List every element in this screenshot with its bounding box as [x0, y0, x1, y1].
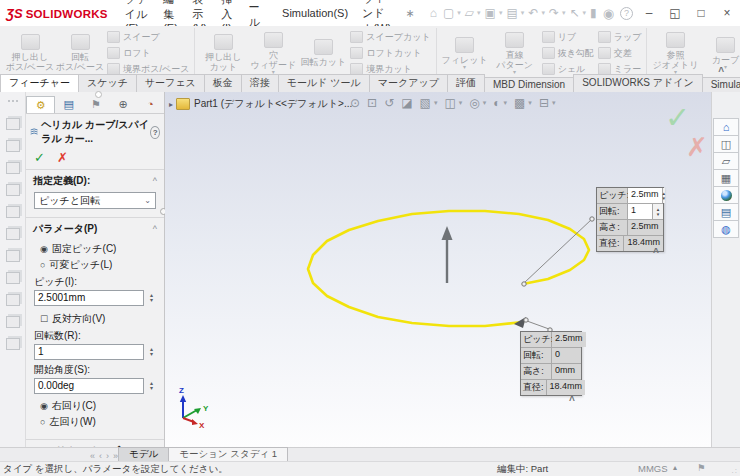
toolbar-cube-icon[interactable] — [6, 162, 20, 174]
curves-dropdown-icon[interactable]: ▾ — [724, 65, 727, 69]
extrude-boss-button[interactable]: 押し出し ボス/ベース — [5, 34, 55, 73]
linear-pattern-button[interactable]: 直線 パターン ▾ — [490, 32, 540, 75]
tab-surfaces[interactable]: サーフェス — [136, 74, 205, 92]
reference-geometry-button[interactable]: 参照 ジオメトリ ▾ — [650, 32, 700, 75]
propertymanager-tab[interactable]: ⚙ — [26, 96, 55, 113]
callout-pitch-input[interactable]: 2.5mm — [628, 188, 662, 203]
chevron-down-icon[interactable]: ▾ — [504, 99, 508, 107]
start-angle-stepper[interactable]: ▴▾ — [147, 381, 156, 391]
chevron-down-icon[interactable]: ▾ — [459, 99, 463, 107]
rebuild-icon[interactable]: ▮ — [590, 6, 597, 20]
tab-sketch[interactable]: スケッチ — [78, 74, 137, 92]
tab-mbd-dimension[interactable]: MBD Dimension — [484, 77, 574, 92]
toolbar-grip[interactable] — [8, 100, 18, 106]
fixed-pitch-radio[interactable]: ◉ 固定ピッチ(C) — [40, 242, 156, 256]
dimxpert-tab[interactable]: ⊕ — [110, 96, 137, 112]
callout-collapse-icon[interactable]: ^ — [653, 247, 659, 258]
save-icon[interactable]: ▣ — [485, 6, 496, 20]
callout-pitch-stepper[interactable]: ▴▾ — [662, 188, 666, 203]
custom-properties-icon[interactable]: ▤ — [713, 204, 739, 221]
hide-show-icon[interactable]: ◎ — [469, 96, 479, 110]
maximize-icon[interactable]: □ — [688, 6, 714, 20]
display-style-icon[interactable]: ◫ — [444, 96, 455, 110]
zoom-area-icon[interactable]: ⊡ — [367, 96, 377, 110]
fillet-dropdown-icon[interactable]: ▾ — [463, 65, 466, 69]
chevron-down-icon[interactable]: ▾ — [483, 99, 487, 107]
linear-pattern-dropdown-icon[interactable]: ▾ — [513, 70, 516, 74]
previous-view-icon[interactable]: ↺ — [384, 96, 394, 110]
pm-help-icon[interactable]: ? — [150, 126, 160, 139]
toolbar-cube-icon[interactable] — [6, 250, 20, 262]
new-document-icon[interactable]: ▢ — [443, 6, 454, 20]
confirm-cancel-button[interactable]: ✗ — [686, 132, 708, 163]
graphics-viewport[interactable]: Z Y X ▸ Part1 (デフォルト<<デフォルト>... ⊙ ⊡ ↺ ◪ … — [165, 92, 711, 448]
start-angle-input[interactable]: 0.00deg — [34, 378, 144, 394]
section-view-icon[interactable]: ◪ — [401, 96, 412, 110]
leader-endpoint[interactable] — [590, 217, 594, 221]
view-settings-icon[interactable]: ⊟ — [539, 96, 549, 110]
clockwise-radio[interactable]: ◉ 右回り(C) — [40, 399, 156, 413]
toolbar-cube-icon[interactable] — [6, 118, 20, 130]
reverse-direction-checkbox[interactable]: ☐ 反対方向(V) — [40, 312, 156, 326]
tab-features[interactable]: フィーチャー — [0, 74, 79, 92]
callout-revolutions-stepper[interactable]: ▴▾ — [652, 204, 663, 219]
toolbar-cube-icon[interactable] — [6, 140, 20, 152]
unit-system-caret-icon[interactable]: ▴ — [673, 463, 677, 472]
select-icon[interactable]: ↖ — [569, 6, 579, 20]
callout-collapse-icon[interactable]: ^ — [569, 395, 575, 406]
tab-motion-study[interactable]: モーション スタディ 1 — [168, 447, 288, 462]
minimize-icon[interactable]: – — [636, 6, 662, 20]
revolutions-input[interactable]: 1 — [34, 344, 144, 360]
tab-addins[interactable]: SOLIDWORKS アドイン — [573, 74, 703, 92]
helix-curve[interactable] — [308, 211, 589, 326]
leader-endpoint[interactable] — [522, 282, 526, 286]
tab-simulation[interactable]: Simulation — [702, 77, 740, 92]
tag-icon[interactable]: ⚑ — [697, 462, 706, 473]
tab-evaluate[interactable]: 評価 — [447, 74, 485, 92]
redo-icon[interactable]: ↷ — [549, 6, 559, 20]
chevron-down-icon[interactable]: ▾ — [552, 99, 556, 107]
undo-icon[interactable]: ↶ — [528, 6, 538, 20]
draft-button[interactable]: 抜き勾配 — [542, 47, 594, 60]
toolbar-cube-icon[interactable] — [6, 338, 20, 350]
loft-button[interactable]: ロフト — [107, 47, 189, 60]
chevron-down-icon[interactable]: ▾ — [528, 99, 532, 107]
expand-tree-icon[interactable]: ▸ — [169, 100, 173, 109]
tab-model[interactable]: モデル — [118, 447, 169, 462]
home-icon[interactable]: ⌂ — [430, 6, 437, 20]
resize-grip[interactable]: .: — [732, 466, 738, 475]
variable-pitch-radio[interactable]: ○ 可変ピッチ(L) — [40, 258, 156, 272]
print-icon[interactable]: ▤ — [506, 6, 517, 20]
prev-tab-icon[interactable]: ‹ — [99, 451, 102, 461]
fillet-button[interactable]: フィレット ▾ — [440, 37, 490, 69]
confirm-ok-button[interactable]: ✓ — [665, 100, 690, 135]
undo-dropdown-icon[interactable]: ▾ — [541, 9, 545, 17]
apply-scene-icon[interactable]: ▩ — [514, 96, 525, 110]
pin-menu-icon[interactable]: ∗ — [406, 7, 415, 20]
account-icon[interactable]: ◉ — [603, 6, 614, 21]
revolutions-stepper[interactable]: ▴▾ — [147, 347, 156, 357]
print-dropdown-icon[interactable]: ▾ — [521, 9, 525, 17]
open-dropdown-icon[interactable]: ▾ — [477, 9, 481, 17]
curves-button[interactable]: カーブ ▾ — [700, 37, 740, 69]
view-orientation-icon[interactable]: ▧ — [420, 96, 431, 110]
unit-system[interactable]: MMGS — [638, 463, 668, 474]
loft-cut-button[interactable]: ロフトカット — [350, 47, 430, 60]
zoom-fit-icon[interactable]: ⊙ — [350, 96, 360, 110]
intersect-button[interactable]: 交差 — [598, 47, 642, 60]
tab-sheet-metal[interactable]: 板金 — [204, 74, 242, 92]
hole-wizard-button[interactable]: 穴 ウィザード ▾ — [248, 32, 298, 75]
toolbar-cube-icon[interactable] — [6, 316, 20, 328]
revolve-boss-button[interactable]: 回転 ボス/ベース — [55, 34, 105, 73]
menu-simulation[interactable]: Simulation(S) — [275, 7, 355, 19]
edit-appearance-icon[interactable]: ◐ — [493, 96, 500, 110]
display-tab[interactable]: ◔ — [137, 96, 164, 112]
help-icon[interactable]: ? — [620, 7, 633, 20]
chevron-down-icon[interactable]: ▾ — [434, 99, 438, 107]
solidworks-resources-icon[interactable]: ⌂ — [713, 118, 739, 136]
callout-revolutions-input[interactable]: 1 — [628, 204, 652, 219]
pm-ok-button[interactable]: ✓ — [34, 150, 45, 165]
view-palette-icon[interactable]: ▦ — [713, 170, 739, 187]
toolbar-cube-icon[interactable] — [6, 228, 20, 240]
redo-dropdown-icon[interactable]: ▾ — [562, 9, 566, 17]
